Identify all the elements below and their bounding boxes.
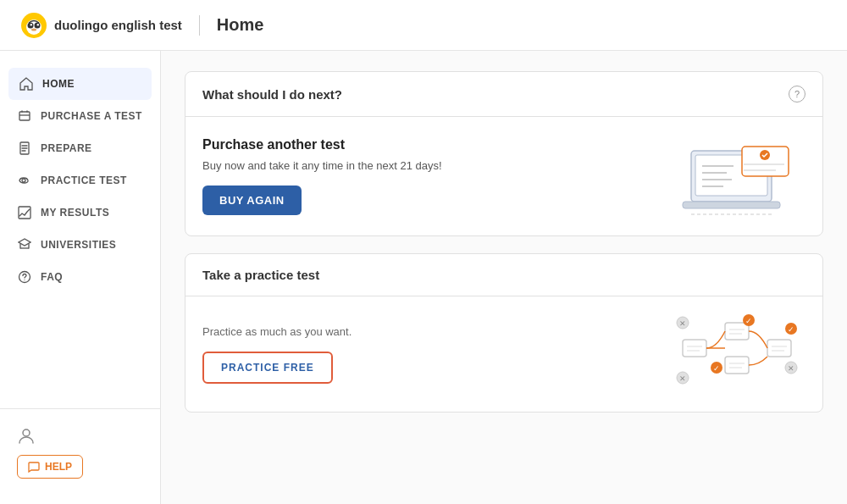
purchase-card-header-title: What should I do next? [202, 87, 342, 102]
results-icon [17, 205, 32, 220]
svg-text:✓: ✓ [713, 364, 720, 373]
prepare-icon [17, 141, 32, 156]
sidebar-item-prepare-label: PREPARE [41, 142, 92, 154]
purchase-card-content: Purchase another test Buy now and take i… [202, 137, 670, 215]
sidebar-item-faq[interactable]: FAQ [0, 261, 160, 293]
svg-rect-29 [767, 340, 791, 357]
sidebar-item-prepare[interactable]: PREPARE [0, 132, 160, 164]
svg-text:✓: ✓ [788, 325, 794, 334]
svg-point-5 [37, 24, 39, 25]
sidebar-divider [0, 408, 160, 409]
svg-point-13 [23, 429, 30, 436]
svg-point-6 [31, 28, 36, 30]
sidebar-bottom: HELP [0, 418, 160, 487]
logo-area: duolingo english test [20, 12, 182, 39]
sidebar-item-practice-test[interactable]: PRACTICE TEST [0, 164, 160, 197]
practice-card-desc: Practice as much as you want. [202, 322, 352, 338]
help-circle-purchase[interactable]: ? [789, 86, 805, 102]
svg-point-12 [24, 280, 25, 280]
svg-rect-16 [683, 202, 780, 208]
practice-svg: ✕ ✓ ✓ ✕ ✕ ✓ [674, 310, 801, 395]
svg-text:✓: ✓ [745, 317, 752, 325]
sidebar-item-home[interactable]: HOME [8, 68, 152, 100]
purchase-illustration [670, 134, 805, 219]
profile-icon-area[interactable] [17, 426, 143, 445]
practice-test-icon [17, 173, 32, 188]
practice-free-button[interactable]: PRACTICE FREE [202, 352, 333, 384]
svg-text:✕: ✕ [679, 374, 686, 383]
page-title: Home [217, 15, 264, 35]
practice-card: Take a practice test Practice as much as… [185, 253, 823, 413]
universities-icon [17, 237, 32, 252]
faq-icon [17, 269, 32, 285]
sidebar-item-results-label: MY RESULTS [41, 207, 109, 219]
purchase-card-title: Purchase another test [202, 137, 670, 152]
sidebar-item-purchase-label: PURCHASE A TEST [41, 110, 142, 122]
sidebar-item-universities[interactable]: UNIVERSITIES [0, 229, 160, 261]
svg-text:✕: ✕ [788, 364, 794, 373]
svg-rect-28 [725, 357, 749, 374]
duolingo-logo-icon [20, 12, 47, 39]
purchase-icon [17, 108, 32, 124]
help-button[interactable]: HELP [17, 455, 83, 479]
purchase-card-body: Purchase another test Buy now and take i… [185, 117, 822, 235]
purchase-card-header: What should I do next? ? [185, 72, 822, 117]
practice-card-header-title: Take a practice test [202, 268, 319, 282]
svg-rect-27 [725, 323, 749, 340]
home-icon [19, 76, 34, 91]
svg-rect-7 [19, 112, 30, 120]
main-content: What should I do next? ? Purchase anothe… [161, 51, 847, 504]
practice-illustration: ✕ ✓ ✓ ✕ ✕ ✓ [670, 310, 805, 395]
profile-icon [17, 426, 36, 445]
logo-text: duolingo english test [54, 18, 182, 32]
svg-rect-10 [19, 207, 30, 219]
practice-card-header: Take a practice test [185, 254, 822, 296]
nav-items: HOME PURCHASE A TEST [0, 68, 160, 400]
header-divider [199, 15, 200, 36]
svg-text:✕: ✕ [679, 319, 686, 328]
header: duolingo english test Home [0, 0, 847, 51]
svg-point-4 [30, 24, 32, 25]
help-chat-icon [28, 461, 40, 473]
purchase-svg [674, 134, 801, 219]
practice-card-content: Practice as much as you want. PRACTICE F… [202, 322, 352, 384]
purchase-card-desc: Buy now and take it any time in the next… [202, 159, 670, 172]
sidebar-item-purchase[interactable]: PURCHASE A TEST [0, 100, 160, 132]
svg-rect-26 [683, 340, 706, 357]
layout: HOME PURCHASE A TEST [0, 51, 847, 504]
sidebar-item-universities-label: UNIVERSITIES [41, 239, 116, 251]
sidebar-item-my-results[interactable]: MY RESULTS [0, 197, 160, 229]
sidebar-item-home-label: HOME [42, 78, 75, 90]
buy-again-button[interactable]: BUY AGAIN [202, 186, 302, 215]
svg-point-9 [22, 179, 25, 182]
practice-card-body: Practice as much as you want. PRACTICE F… [185, 296, 822, 412]
sidebar: HOME PURCHASE A TEST [0, 51, 161, 504]
sidebar-item-practice-test-label: PRACTICE TEST [41, 174, 127, 186]
purchase-card: What should I do next? ? Purchase anothe… [185, 71, 823, 236]
sidebar-item-faq-label: FAQ [41, 271, 63, 283]
